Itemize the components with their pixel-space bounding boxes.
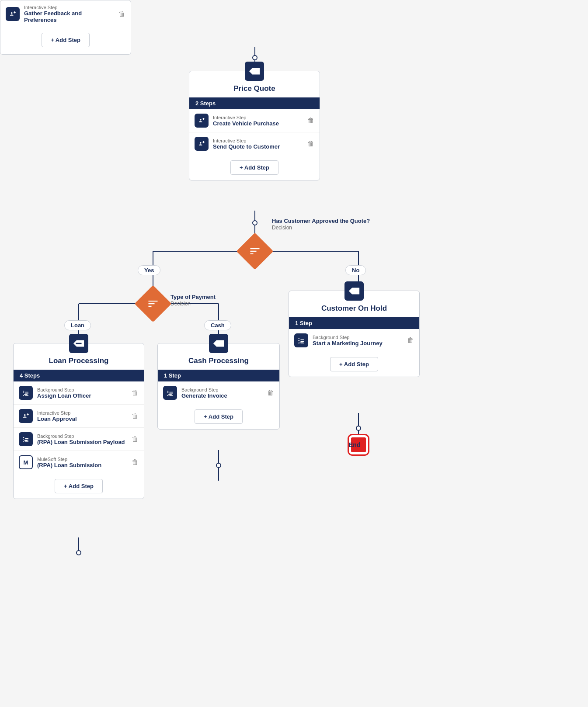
loan-processing-icon	[69, 334, 88, 353]
step-create-vehicle: Interactive Step Create Vehicle Purchase…	[189, 109, 320, 132]
delete-marketing[interactable]: 🗑	[407, 336, 414, 344]
svg-point-29	[77, 551, 81, 555]
loan-processing-stage: Loan Processing 4 Steps Background Step …	[13, 343, 144, 499]
step-text-send-quote: Interactive Step Send Quote to Customer	[213, 138, 303, 150]
step-text-marketing: Background Step Start a Marketing Journe…	[313, 335, 403, 347]
add-step-button-loan[interactable]: + Add Step	[55, 479, 103, 493]
hold-steps-count: 1 Step	[289, 317, 419, 329]
add-step-button-cash[interactable]: + Add Step	[195, 409, 243, 424]
cash-branch-label: Cash	[204, 320, 231, 330]
price-quote-icon	[245, 62, 264, 81]
step-text-create-vehicle: Interactive Step Create Vehicle Purchase	[213, 115, 303, 127]
no-branch-label: No	[345, 265, 366, 275]
step-icon-bg2	[19, 432, 33, 446]
delete-create-vehicle[interactable]: 🗑	[307, 117, 314, 125]
svg-marker-31	[213, 340, 224, 347]
svg-point-1	[253, 55, 257, 60]
end-label: End	[349, 441, 360, 448]
svg-point-4	[253, 221, 257, 225]
delete-assign-loan[interactable]: 🗑	[132, 389, 139, 397]
cash-steps-count: 1 Step	[158, 370, 279, 381]
end-node-group: End	[349, 441, 360, 448]
decision2-label: Type of Payment Decision	[170, 294, 216, 307]
price-quote-stage: Price Quote 2 Steps Interactive Step Cre…	[189, 71, 320, 180]
step-assign-loan: Background Step Assign Loan Officer 🗑	[14, 381, 144, 405]
send-quote-type: Interactive Step	[213, 138, 303, 143]
step-icon-hand3	[19, 409, 33, 423]
send-quote-name: Send Quote to Customer	[213, 143, 303, 150]
step-icon-mulesoft: M	[19, 455, 33, 469]
svg-marker-32	[349, 288, 359, 295]
delete-step-button[interactable]: 🗑	[118, 10, 125, 18]
decision2-container	[140, 291, 166, 317]
delete-loan-payload[interactable]: 🗑	[132, 435, 139, 443]
delete-generate-invoice[interactable]: 🗑	[267, 389, 274, 397]
step-icon-bg3	[163, 386, 177, 400]
yes-branch-label: Yes	[138, 265, 160, 275]
step-text-loan-approval: Interactive Step Loan Approval	[37, 410, 127, 422]
step-marketing-journey: Background Step Start a Marketing Journe…	[289, 329, 419, 352]
delete-loan-approval[interactable]: 🗑	[132, 412, 139, 420]
decision1-inner	[242, 238, 268, 264]
customer-on-hold-stage: Customer On Hold 1 Step Background Step …	[289, 291, 420, 377]
step-text-loan-submission: MuleSoft Step (RPA) Loan Submission	[37, 457, 127, 468]
customer-on-hold-icon	[344, 281, 364, 301]
step-text-gather: Interactive Step Gather Feedback and Pre…	[24, 5, 114, 23]
step-text-assign-loan: Background Step Assign Loan Officer	[37, 387, 127, 399]
loan-steps-count: 4 Steps	[14, 370, 144, 381]
delete-send-quote[interactable]: 🗑	[307, 140, 314, 148]
top-partial-stage: Interactive Step Gather Feedback and Pre…	[0, 0, 131, 55]
add-step-button-hold[interactable]: + Add Step	[330, 357, 378, 371]
workflow-canvas: Interactive Step Gather Feedback and Pre…	[0, 0, 588, 707]
create-vehicle-type: Interactive Step	[213, 115, 303, 120]
step-text-generate-invoice: Background Step Generate Invoice	[181, 387, 263, 399]
add-step-button-price-quote[interactable]: + Add Step	[230, 160, 278, 175]
step-icon-bg1	[19, 386, 33, 400]
step-type-label: Interactive Step	[24, 5, 114, 10]
decision2-inner	[140, 291, 166, 317]
step-loan-submission: M MuleSoft Step (RPA) Loan Submission 🗑	[14, 451, 144, 474]
step-send-quote: Interactive Step Send Quote to Customer …	[189, 132, 320, 155]
loan-branch-label: Loan	[64, 320, 91, 330]
delete-loan-submission[interactable]: 🗑	[132, 458, 139, 466]
svg-point-26	[216, 463, 221, 468]
step-name-label: Gather Feedback and Preferences	[24, 10, 114, 23]
step-generate-invoice: Background Step Generate Invoice 🗑	[158, 381, 279, 404]
step-icon-hand1	[195, 114, 209, 128]
create-vehicle-name: Create Vehicle Purchase	[213, 120, 303, 127]
decision1-container	[242, 238, 268, 264]
step-text-loan-payload: Background Step (RPA) Loan Submission Pa…	[37, 433, 127, 445]
cash-processing-icon	[209, 334, 228, 353]
cash-processing-stage: Cash Processing 1 Step Background Step G…	[157, 343, 280, 430]
step-loan-payload: Background Step (RPA) Loan Submission Pa…	[14, 428, 144, 451]
add-step-button-top[interactable]: + Add Step	[42, 33, 90, 47]
step-loan-approval: Interactive Step Loan Approval 🗑	[14, 405, 144, 428]
step-gather-feedback: Interactive Step Gather Feedback and Pre…	[0, 0, 131, 28]
price-quote-steps-count: 2 Steps	[189, 97, 320, 109]
decision1-label: Has Customer Approved the Quote? Decisio…	[272, 218, 370, 231]
step-icon-hand2	[195, 137, 209, 151]
svg-point-23	[356, 426, 361, 430]
step-icon-bg4	[294, 333, 308, 347]
step-icon-interactive	[6, 7, 20, 21]
